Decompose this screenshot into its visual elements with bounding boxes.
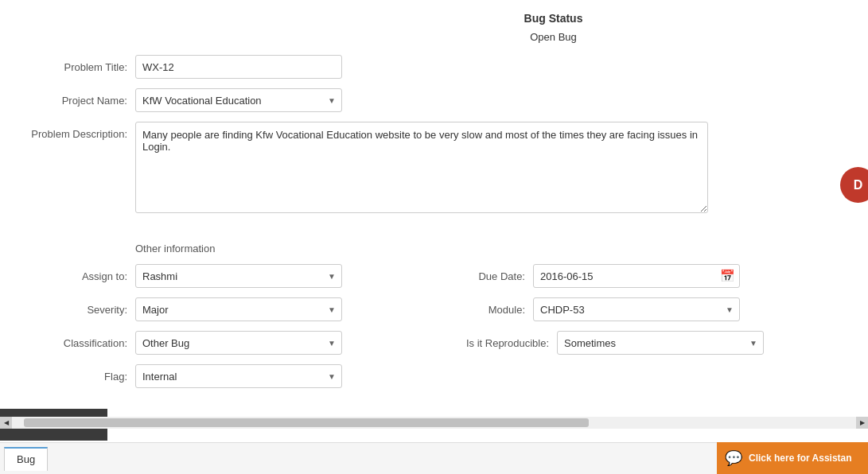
classification-label: Classification: bbox=[24, 337, 135, 349]
flag-label: Flag: bbox=[24, 371, 135, 383]
scroll-thumb[interactable] bbox=[24, 418, 589, 427]
classification-col: Classification: Other Bug bbox=[24, 331, 453, 355]
chat-text: Click here for Assistan bbox=[749, 453, 852, 464]
severity-select-wrapper: Major bbox=[135, 297, 342, 321]
tab-bug[interactable]: Bug bbox=[4, 447, 48, 471]
module-label: Module: bbox=[453, 304, 533, 316]
bug-status-value: Open Bug bbox=[263, 31, 844, 43]
bug-status-label: Bug Status bbox=[263, 12, 844, 25]
reproducible-select[interactable]: Sometimes bbox=[557, 331, 764, 355]
scroll-left-button[interactable]: ◀ bbox=[0, 417, 12, 429]
duedate-label: Due Date: bbox=[453, 270, 533, 282]
duedate-input[interactable] bbox=[533, 264, 740, 288]
assign-select[interactable]: Rashmi bbox=[135, 264, 342, 288]
problem-description-row: Problem Description: Many people are fin… bbox=[24, 122, 844, 213]
classification-reproducible-row: Classification: Other Bug Is it Reproduc… bbox=[24, 331, 844, 355]
assign-label: Assign to: bbox=[24, 270, 135, 282]
module-select[interactable]: CHDP-53 bbox=[533, 297, 740, 321]
module-select-wrapper: CHDP-53 bbox=[533, 297, 740, 321]
duedate-wrapper: 📅 bbox=[533, 264, 740, 288]
project-name-row: Project Name: KfW Vocational Education bbox=[24, 88, 844, 112]
severity-label: Severity: bbox=[24, 304, 135, 316]
scroll-right-button[interactable]: ▶ bbox=[856, 417, 868, 429]
flag-select[interactable]: Internal bbox=[135, 364, 342, 388]
chat-widget[interactable]: 💬 Click here for Assistan bbox=[717, 442, 868, 474]
chat-icon: 💬 bbox=[725, 449, 742, 467]
problem-description-textarea[interactable]: Many people are finding Kfw Vocational E… bbox=[135, 122, 708, 213]
duedate-col: Due Date: 📅 bbox=[453, 264, 740, 288]
project-name-select[interactable]: KfW Vocational Education bbox=[135, 88, 342, 112]
severity-col: Severity: Major bbox=[24, 297, 453, 321]
problem-title-label: Problem Title: bbox=[24, 61, 135, 73]
assign-col: Assign to: Rashmi bbox=[24, 264, 453, 288]
other-info-title: Other information bbox=[24, 243, 844, 254]
project-name-select-wrapper: KfW Vocational Education bbox=[135, 88, 342, 112]
problem-description-label: Problem Description: bbox=[24, 122, 135, 140]
other-info-section: Other information Assign to: Rashmi Due … bbox=[0, 243, 868, 388]
severity-module-row: Severity: Major Module: CHDP-53 bbox=[24, 297, 844, 321]
scroll-track: ◀ ▶ bbox=[0, 417, 868, 429]
problem-title-input[interactable] bbox=[135, 55, 342, 79]
flag-select-wrapper: Internal bbox=[135, 364, 342, 388]
severity-select[interactable]: Major bbox=[135, 297, 342, 321]
classification-select-wrapper: Other Bug bbox=[135, 331, 342, 355]
reproducible-col: Is it Reproducible: Sometimes bbox=[453, 331, 764, 355]
flag-col: Flag: Internal bbox=[24, 364, 453, 388]
flag-row: Flag: Internal bbox=[24, 364, 844, 388]
project-name-label: Project Name: bbox=[24, 95, 135, 107]
assign-select-wrapper: Rashmi bbox=[135, 264, 342, 288]
reproducible-select-wrapper: Sometimes bbox=[557, 331, 764, 355]
classification-select[interactable]: Other Bug bbox=[135, 331, 342, 355]
assign-duedate-row: Assign to: Rashmi Due Date: 📅 bbox=[24, 264, 844, 288]
problem-title-row: Problem Title: bbox=[24, 55, 844, 79]
module-col: Module: CHDP-53 bbox=[453, 297, 740, 321]
reproducible-label: Is it Reproducible: bbox=[453, 337, 557, 349]
